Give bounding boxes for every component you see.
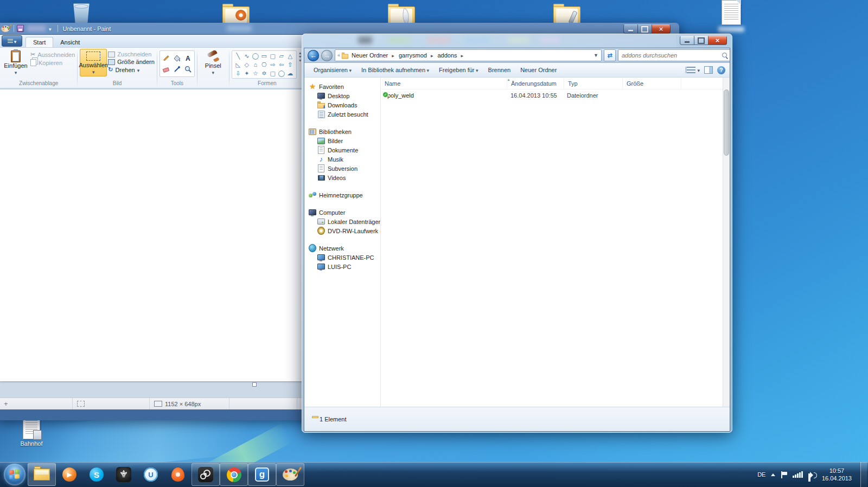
- shape-pentagon[interactable]: ⌂: [253, 62, 257, 68]
- taskbar-button-media-player[interactable]: ▶: [56, 464, 83, 485]
- sidebar-item-heimnetzgruppe[interactable]: Heimnetzgruppe: [309, 190, 380, 200]
- address-history-chevron-icon[interactable]: «: [337, 53, 340, 58]
- sidebar-item-downloads[interactable]: Downloads: [309, 100, 380, 110]
- address-dropdown-icon[interactable]: ▼: [592, 53, 600, 58]
- sidebar-item-christiane-pc[interactable]: CHRISTIANE-PC: [309, 253, 380, 262]
- maximize-button[interactable]: [638, 24, 652, 34]
- breadcrumb-neuer-ordner[interactable]: Neuer Ordner: [351, 52, 398, 59]
- include-in-library-menu[interactable]: In Bibliothek aufnehmen: [356, 67, 434, 73]
- desktop-icon-document[interactable]: [711, 1, 752, 32]
- text-tool[interactable]: A: [183, 53, 193, 63]
- sidebar-item-netzwerk[interactable]: Netzwerk: [309, 244, 380, 253]
- back-button[interactable]: ←: [308, 50, 319, 61]
- change-view-button[interactable]: [685, 67, 700, 73]
- sidebar-item-videos[interactable]: Videos: [309, 173, 380, 182]
- color-picker-tool[interactable]: [172, 64, 182, 74]
- shape-six-point-star[interactable]: ✡: [261, 71, 266, 76]
- language-indicator[interactable]: DE: [757, 471, 765, 478]
- cut-button[interactable]: Ausschneiden: [30, 51, 75, 58]
- shape-five-point-star[interactable]: ☆: [253, 71, 258, 76]
- taskbar-button-game-emblem[interactable]: [110, 464, 137, 485]
- sidebar-item-luis-pc[interactable]: LUIS-PC: [309, 262, 380, 271]
- taskbar-button-skype[interactable]: S: [83, 464, 110, 485]
- volume-icon[interactable]: [808, 471, 816, 478]
- taskbar-button-paint[interactable]: [276, 463, 304, 486]
- organize-menu[interactable]: Organisieren: [309, 67, 356, 73]
- shape-cloud-callout[interactable]: ☁: [287, 71, 293, 76]
- taskbar-button-steam[interactable]: [192, 463, 220, 486]
- tab-ansicht[interactable]: Ansicht: [53, 37, 87, 47]
- shape-rounded-callout[interactable]: ▢: [270, 71, 276, 76]
- sidebar-item-favoriten[interactable]: Favoriten: [309, 82, 380, 91]
- column-header-modified[interactable]: Änderungsdatum: [507, 78, 564, 89]
- file-row-poly-weld[interactable]: ✓poly_weld 16.04.2013 10:55 Dateiordner: [381, 89, 730, 101]
- explorer-title-bar[interactable]: ×: [302, 34, 732, 48]
- new-folder-button[interactable]: Neuer Ordner: [515, 67, 561, 73]
- search-input[interactable]: [621, 52, 722, 59]
- burn-button[interactable]: Brennen: [483, 67, 516, 73]
- paint-menu-button[interactable]: [2, 35, 22, 47]
- shape-polygon[interactable]: ▱: [279, 53, 284, 59]
- shape-diamond[interactable]: ◇: [245, 62, 249, 68]
- forward-button[interactable]: →: [321, 50, 333, 61]
- sidebar-item-musik[interactable]: Musik: [309, 155, 380, 164]
- share-with-menu[interactable]: Freigeben für: [434, 67, 483, 73]
- shape-oval-callout[interactable]: ◯: [278, 71, 285, 76]
- shape-four-point-star[interactable]: ✦: [244, 71, 249, 76]
- taskbar-button-uplay[interactable]: U: [137, 464, 164, 485]
- copy-button[interactable]: Kopieren: [30, 59, 75, 66]
- paint-title-bar[interactable]: Unbenannt - Paint ×: [0, 23, 679, 34]
- show-desktop-button[interactable]: [860, 462, 867, 487]
- minimize-button[interactable]: [623, 24, 638, 34]
- preview-pane-button[interactable]: [704, 66, 713, 74]
- close-button[interactable]: ×: [709, 36, 727, 45]
- shape-ellipse[interactable]: ◯: [252, 53, 259, 59]
- tab-start[interactable]: Start: [25, 37, 53, 47]
- breadcrumb-garrysmod[interactable]: garrysmod: [398, 52, 437, 59]
- sidebar-item-subversion[interactable]: Subversion: [309, 164, 380, 173]
- shape-curve[interactable]: ∿: [244, 53, 249, 59]
- refresh-button[interactable]: ⇄: [604, 49, 616, 61]
- vertical-scrollbar[interactable]: [723, 78, 730, 407]
- shape-hexagon[interactable]: ⎔: [261, 62, 267, 68]
- brush-button[interactable]: Pinsel: [200, 49, 227, 77]
- breadcrumb-addons[interactable]: addons: [437, 52, 468, 59]
- resize-button[interactable]: Größe ändern: [108, 59, 154, 65]
- quick-access-dropdown-icon[interactable]: [49, 25, 52, 32]
- address-bar[interactable]: « Neuer Ordner garrysmod addons ▼: [335, 49, 602, 61]
- help-button[interactable]: ?: [717, 66, 725, 74]
- shape-line[interactable]: ╲: [237, 53, 240, 59]
- shape-left-arrow[interactable]: ⇦: [279, 62, 284, 68]
- shape-right-arrow[interactable]: ⇨: [270, 62, 275, 68]
- action-center-flag-icon[interactable]: [781, 471, 787, 478]
- sidebar-item-dvd-laufwerk[interactable]: DVD-RW-Laufwerk (: [309, 226, 380, 235]
- sidebar-item-bilder[interactable]: Bilder: [309, 136, 380, 145]
- eraser-tool[interactable]: [161, 64, 171, 74]
- close-button[interactable]: ×: [652, 24, 671, 34]
- shape-triangle[interactable]: △: [288, 53, 292, 59]
- paste-button[interactable]: Einfügen: [2, 49, 29, 77]
- shape-down-arrow[interactable]: ⇩: [235, 71, 240, 76]
- column-header-name[interactable]: Name: [381, 78, 507, 89]
- minimize-button[interactable]: [680, 36, 694, 45]
- magnifier-tool[interactable]: [183, 64, 193, 74]
- show-hidden-icons-button[interactable]: [771, 473, 775, 476]
- column-header-size[interactable]: Größe: [623, 78, 681, 89]
- shape-up-arrow[interactable]: ⇧: [288, 62, 292, 68]
- start-button[interactable]: [4, 464, 25, 485]
- crop-button[interactable]: Zuschneiden: [108, 51, 154, 57]
- column-header-type[interactable]: Typ: [564, 78, 623, 89]
- taskbar-clock[interactable]: 10:57 16.04.2013: [822, 467, 852, 483]
- save-icon[interactable]: [17, 25, 24, 32]
- canvas-resize-handle[interactable]: [252, 382, 257, 387]
- rotate-button[interactable]: Drehen: [108, 66, 154, 73]
- taskbar-button-garrysmod[interactable]: g: [248, 463, 276, 486]
- sidebar-item-dokumente[interactable]: Dokumente: [309, 145, 380, 155]
- sidebar-item-computer[interactable]: Computer: [309, 208, 380, 217]
- taskbar-button-origin[interactable]: [164, 464, 192, 485]
- network-status-icon[interactable]: [793, 471, 803, 478]
- select-button[interactable]: Auswählen: [80, 49, 107, 76]
- fill-bucket-tool[interactable]: [172, 53, 182, 63]
- sidebar-item-zuletzt-besucht[interactable]: Zuletzt besucht: [309, 110, 380, 119]
- sidebar-item-bibliotheken[interactable]: Bibliotheken: [309, 127, 380, 136]
